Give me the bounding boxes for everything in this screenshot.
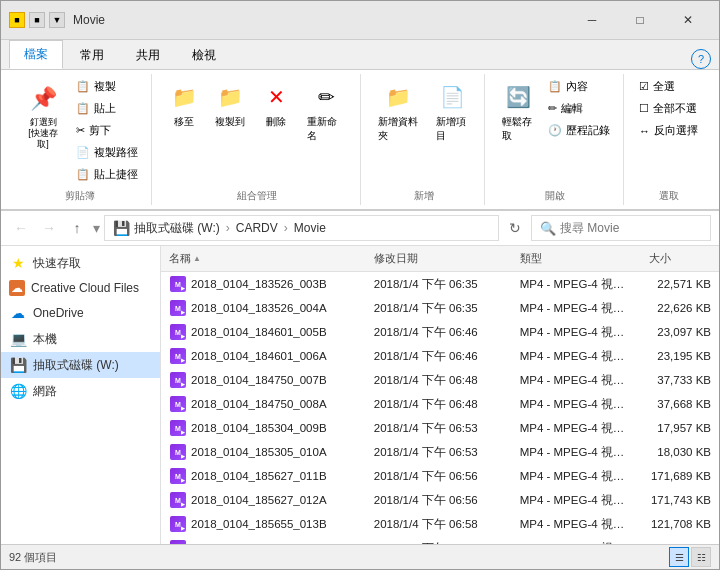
tab-file[interactable]: 檔案 [9, 40, 63, 69]
column-header-type[interactable]: 類型 [512, 249, 641, 268]
new-item-button[interactable]: 📄 新增項目 [429, 76, 476, 148]
new-folder-button[interactable]: 📁 新增資料夾 [371, 76, 427, 148]
table-row[interactable]: M 2018_0104_184750_007B 2018/1/4 下午 06:4… [161, 368, 719, 392]
help-button[interactable]: ? [691, 49, 711, 69]
onedrive-icon: ☁ [9, 304, 27, 322]
invert-selection-button[interactable]: ↔ 反向選擇 [634, 120, 703, 141]
table-row[interactable]: M 2018_0104_184601_006A 2018/1/4 下午 06:4… [161, 344, 719, 368]
copy-to-icon: 📁 [214, 81, 246, 113]
sidebar-label-quick-access: 快速存取 [33, 255, 81, 272]
column-header-date[interactable]: 修改日期 [366, 249, 512, 268]
move-to-button[interactable]: 📁 移至 [162, 76, 206, 134]
history-icon: 🕐 [548, 124, 562, 137]
file-size: 22,626 KB [641, 300, 719, 316]
copy-to-button[interactable]: 📁 複製到 [208, 76, 252, 134]
easy-access-icon: 🔄 [502, 81, 534, 113]
file-name: 2018_0104_184601_006A [191, 350, 327, 362]
file-type: MP4 - MPEG-4 視訊檔案 [512, 299, 641, 318]
select-none-button[interactable]: ☐ 全部不選 [634, 98, 703, 119]
table-row[interactable]: M 2018_0104_185655_014A 2018/1/4 下午 06:5… [161, 536, 719, 544]
pin-button[interactable]: 📌 釘選到[快速存取] [17, 76, 69, 156]
maximize-button[interactable]: □ [617, 7, 663, 33]
address-path-bar[interactable]: 💾 抽取式磁碟 (W:) › CARDV › Movie [104, 215, 499, 241]
table-row[interactable]: M 2018_0104_183526_003B 2018/1/4 下午 06:3… [161, 272, 719, 296]
up-button[interactable]: ↑ [65, 216, 89, 240]
recent-locations-button[interactable]: ▾ [93, 220, 100, 236]
file-explorer-window: ■ ■ ▼ Movie ─ □ ✕ 檔案 常用 共用 檢視 ? 📌 釘選到[快速… [0, 0, 720, 570]
sidebar-item-onedrive[interactable]: ☁ OneDrive [1, 300, 160, 326]
sidebar-label-drive-w: 抽取式磁碟 (W:) [33, 357, 119, 374]
quick-access-icon-3[interactable]: ▼ [49, 12, 65, 28]
path-folder2: Movie [294, 221, 326, 235]
back-button[interactable]: ← [9, 216, 33, 240]
drive-icon-sidebar: 💾 [9, 356, 27, 374]
file-icon: M [169, 515, 187, 533]
rename-button[interactable]: ✏ 重新命名 [300, 76, 352, 148]
move-icon: 📁 [168, 81, 200, 113]
delete-button[interactable]: ✕ 刪除 [254, 76, 298, 134]
file-size: 171,689 KB [641, 468, 719, 484]
sidebar-item-drive-w[interactable]: 💾 抽取式磁碟 (W:) [1, 352, 160, 378]
easy-access-button[interactable]: 🔄 輕鬆存取 [495, 76, 541, 148]
sidebar-item-this-pc[interactable]: 💻 本機 [1, 326, 160, 352]
sidebar-item-quick-access[interactable]: ★ 快速存取 [1, 250, 160, 276]
copy-button[interactable]: 📋 複製 [71, 76, 143, 97]
cut-button[interactable]: ✂ 剪下 [71, 120, 143, 141]
file-size: 17,957 KB [641, 420, 719, 436]
select-actions: ☑ 全選 ☐ 全部不選 ↔ 反向選擇 [634, 76, 703, 141]
column-header-size[interactable]: 大小 [641, 249, 719, 268]
forward-button[interactable]: → [37, 216, 61, 240]
list-view-button[interactable]: ☷ [691, 547, 711, 567]
file-type: MP4 - MPEG-4 視訊檔案 [512, 515, 641, 534]
new-group-label: 新增 [414, 187, 434, 203]
mp4-icon: M [170, 300, 186, 316]
history-button[interactable]: 🕐 歷程記錄 [543, 120, 615, 141]
table-row[interactable]: M 2018_0104_185305_010A 2018/1/4 下午 06:5… [161, 440, 719, 464]
sidebar-item-network[interactable]: 🌐 網路 [1, 378, 160, 404]
details-view-button[interactable]: ☰ [669, 547, 689, 567]
file-size: 23,195 KB [641, 348, 719, 364]
content-button[interactable]: 📋 內容 [543, 76, 615, 97]
mp4-icon: M [170, 396, 186, 412]
network-icon: 🌐 [9, 382, 27, 400]
table-row[interactable]: M 2018_0104_185304_009B 2018/1/4 下午 06:5… [161, 416, 719, 440]
tab-share[interactable]: 共用 [121, 41, 175, 69]
close-button[interactable]: ✕ [665, 7, 711, 33]
refresh-button[interactable]: ↻ [503, 216, 527, 240]
table-row[interactable]: M 2018_0104_185655_013B 2018/1/4 下午 06:5… [161, 512, 719, 536]
table-row[interactable]: M 2018_0104_183526_004A 2018/1/4 下午 06:3… [161, 296, 719, 320]
quick-access-icon-1[interactable]: ■ [9, 12, 25, 28]
minimize-button[interactable]: ─ [569, 7, 615, 33]
table-row[interactable]: M 2018_0104_185627_011B 2018/1/4 下午 06:5… [161, 464, 719, 488]
file-icon: M [169, 323, 187, 341]
search-icon: 🔍 [540, 221, 556, 236]
table-row[interactable]: M 2018_0104_184601_005B 2018/1/4 下午 06:4… [161, 320, 719, 344]
file-icon: M [169, 299, 187, 317]
search-input[interactable] [560, 221, 702, 235]
scissors-icon: ✂ [76, 124, 85, 137]
file-list-header: 名稱 ▲ 修改日期 類型 大小 [161, 246, 719, 272]
title-bar-quick-access-icons: ■ ■ ▼ [9, 12, 65, 28]
column-header-name[interactable]: 名稱 ▲ [161, 249, 366, 268]
quick-access-icon-2[interactable]: ■ [29, 12, 45, 28]
tab-view[interactable]: 檢視 [177, 41, 231, 69]
paste-shortcut-button[interactable]: 📋 貼上捷徑 [71, 164, 143, 185]
sidebar-item-creative-cloud[interactable]: ☁ Creative Cloud Files [1, 276, 160, 300]
table-row[interactable]: M 2018_0104_184750_008A 2018/1/4 下午 06:4… [161, 392, 719, 416]
ribbon-group-select: ☑ 全選 ☐ 全部不選 ↔ 反向選擇 選取 [626, 74, 711, 205]
file-icon: M [169, 371, 187, 389]
select-all-button[interactable]: ☑ 全選 [634, 76, 703, 97]
rename-icon: ✏ [310, 81, 342, 113]
ribbon-group-open: 🔄 輕鬆存取 📋 內容 ✏ 編輯 🕐 歷程記錄 [487, 74, 624, 205]
edit-button[interactable]: ✏ 編輯 [543, 98, 615, 119]
copy-path-button[interactable]: 📄 複製路徑 [71, 142, 143, 163]
file-type: MP4 - MPEG-4 視訊檔案 [512, 443, 641, 462]
file-type: MP4 - MPEG-4 視訊檔案 [512, 275, 641, 294]
ribbon-content: 📌 釘選到[快速存取] 📋 複製 📋 貼上 ✂ 剪下 [1, 70, 719, 211]
file-date: 2018/1/4 下午 06:48 [366, 395, 512, 414]
mp4-icon: M [170, 540, 186, 544]
item-count-label: 92 個項目 [9, 550, 57, 565]
tab-home[interactable]: 常用 [65, 41, 119, 69]
paste-button[interactable]: 📋 貼上 [71, 98, 143, 119]
table-row[interactable]: M 2018_0104_185627_012A 2018/1/4 下午 06:5… [161, 488, 719, 512]
